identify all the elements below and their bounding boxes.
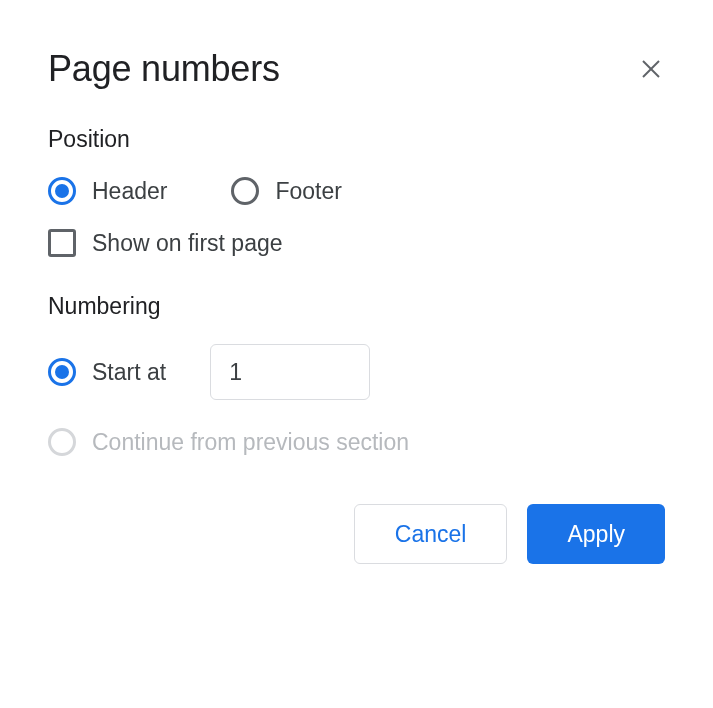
apply-button[interactable]: Apply: [527, 504, 665, 564]
start-at-input[interactable]: [210, 344, 370, 400]
show-on-first-page-option[interactable]: Show on first page: [48, 229, 283, 257]
checkbox-unchecked-icon: [48, 229, 76, 257]
numbering-continue-label: Continue from previous section: [92, 429, 409, 456]
position-header-label: Header: [92, 178, 167, 205]
numbering-start-at-option[interactable]: Start at: [48, 358, 166, 386]
numbering-section: Numbering Start at Continue from previou…: [48, 293, 665, 456]
numbering-title: Numbering: [48, 293, 665, 320]
position-footer-option[interactable]: Footer: [231, 177, 341, 205]
numbering-continue-option: Continue from previous section: [48, 428, 409, 456]
position-section: Position Header Footer Show on first pag…: [48, 126, 665, 257]
radio-selected-icon: [48, 177, 76, 205]
position-header-option[interactable]: Header: [48, 177, 167, 205]
radio-disabled-icon: [48, 428, 76, 456]
radio-unselected-icon: [231, 177, 259, 205]
radio-selected-icon: [48, 358, 76, 386]
numbering-start-at-label: Start at: [92, 359, 166, 386]
close-button[interactable]: [637, 55, 665, 83]
dialog-title: Page numbers: [48, 48, 280, 90]
dialog-footer: Cancel Apply: [48, 504, 665, 564]
position-title: Position: [48, 126, 665, 153]
close-icon: [639, 57, 663, 81]
position-footer-label: Footer: [275, 178, 341, 205]
cancel-button[interactable]: Cancel: [354, 504, 508, 564]
show-on-first-page-label: Show on first page: [92, 230, 283, 257]
